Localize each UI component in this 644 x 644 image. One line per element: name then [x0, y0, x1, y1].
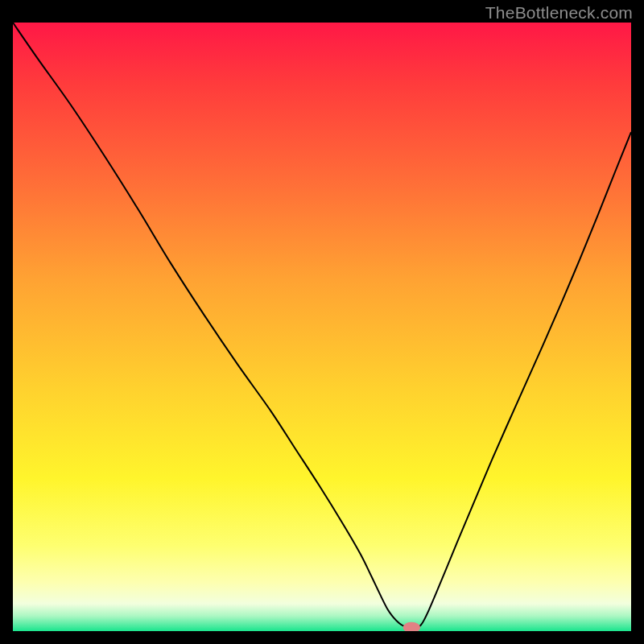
watermark-text: TheBottleneck.com	[485, 3, 633, 23]
chart-frame: TheBottleneck.com	[0, 0, 644, 644]
bottleneck-chart	[13, 23, 631, 631]
chart-background	[13, 23, 631, 631]
